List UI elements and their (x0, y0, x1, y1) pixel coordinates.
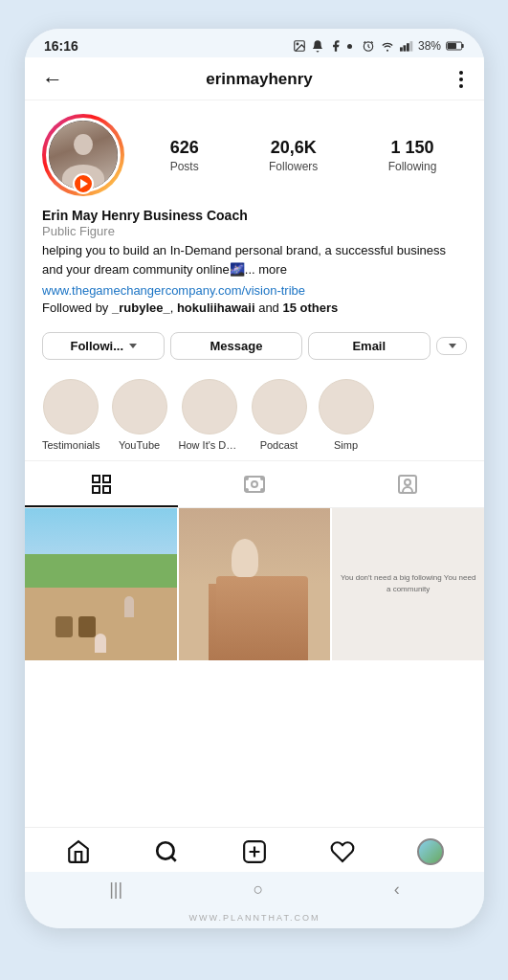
tab-reels[interactable] (178, 461, 331, 507)
bio-text: helping you to build an In-Demand person… (42, 241, 467, 278)
highlight-circle-youtube (112, 379, 167, 434)
avatar-container (42, 114, 124, 196)
grid-cell-3[interactable]: You don't need a big following You need … (332, 508, 484, 660)
grid-icon (90, 473, 113, 496)
svg-point-17 (252, 481, 257, 487)
highlight-circle-simp (319, 379, 374, 434)
svg-rect-10 (462, 44, 464, 48)
watermark: WWW.PLANNTHAT.COM (25, 911, 484, 928)
grid-cell-2[interactable] (179, 508, 331, 660)
bio-section: Erin May Henry Business Coach Public Fig… (25, 206, 484, 324)
svg-point-20 (246, 489, 248, 491)
highlight-circle-howdone (182, 379, 237, 434)
followed-by: Followed by _rubylee_, hokuliihawaii and… (42, 301, 467, 315)
android-home-icon[interactable]: ○ (254, 880, 264, 900)
facebook-icon (329, 39, 342, 53)
profile-nav-button[interactable] (416, 837, 445, 866)
highlight-label-howdone: How It's Done (179, 439, 240, 451)
highlight-circle-testimonials (43, 379, 99, 434)
followers-count: 20,6K (271, 138, 317, 158)
photo-grid: You don't need a big following You need … (25, 508, 484, 827)
photo-text: You don't need a big following You need … (340, 572, 476, 595)
search-icon (154, 839, 179, 864)
following-label: Following (388, 160, 437, 173)
status-time: 16:16 (44, 38, 78, 54)
svg-point-19 (261, 478, 263, 479)
svg-point-18 (246, 478, 248, 479)
highlight-podcast[interactable]: Podcast (252, 379, 307, 451)
posts-stat: 626 Posts (170, 138, 199, 173)
status-bar: 16:16 38% (25, 29, 484, 57)
svg-rect-11 (448, 43, 456, 49)
highlight-simp[interactable]: Simp (319, 379, 374, 451)
add-nav-button[interactable] (240, 837, 269, 866)
svg-rect-14 (93, 486, 99, 493)
home-icon (66, 839, 91, 864)
posts-label: Posts (170, 160, 199, 173)
highlight-label-youtube: YouTube (119, 439, 160, 451)
tab-tagged[interactable] (331, 461, 484, 507)
battery-icon (446, 40, 465, 52)
dot-indicator (347, 44, 352, 49)
tab-grid[interactable] (25, 461, 178, 507)
action-buttons: Followi... Message Email (25, 324, 484, 369)
following-stat[interactable]: 1 150 Following (388, 138, 437, 173)
svg-point-1 (297, 43, 298, 45)
highlight-circle-podcast (252, 379, 307, 434)
notification-icon (311, 39, 324, 53)
svg-rect-13 (103, 476, 110, 482)
profile-avatar-small (417, 838, 444, 865)
home-nav-button[interactable] (64, 837, 93, 866)
photo-icon (293, 39, 306, 53)
svg-rect-15 (103, 486, 110, 493)
svg-rect-8 (409, 41, 412, 52)
heart-nav-button[interactable] (328, 837, 357, 866)
svg-point-21 (261, 489, 263, 491)
posts-count: 626 (170, 138, 199, 158)
android-nav-bar: ||| ○ ‹ (25, 872, 484, 911)
highlight-howdone[interactable]: How It's Done (179, 379, 240, 451)
highlight-youtube[interactable]: YouTube (112, 379, 167, 451)
follow-button[interactable]: Followi... (42, 332, 165, 360)
more-button[interactable] (436, 337, 467, 355)
follow-dropdown-icon (129, 344, 137, 348)
android-back-icon[interactable]: ||| (109, 880, 122, 900)
svg-rect-6 (403, 45, 406, 51)
message-button[interactable]: Message (170, 332, 301, 360)
signal-icon (400, 40, 413, 52)
highlight-testimonials[interactable]: Testimonials (42, 379, 100, 451)
profile-header: 626 Posts 20,6K Followers 1 150 Followin… (25, 100, 484, 206)
bio-link[interactable]: www.thegamechangercompany.com/vision-tri… (42, 283, 305, 298)
stats-row: 626 Posts 20,6K Followers 1 150 Followin… (140, 138, 467, 173)
tabs-bar (25, 461, 484, 508)
highlights-section: Testimonials YouTube How It's Done Podca… (25, 369, 484, 461)
content-area: ← erinmayhenry (25, 57, 484, 827)
search-nav-button[interactable] (152, 837, 181, 866)
more-options-button[interactable] (455, 67, 467, 92)
profile-name: Erin May Henry Business Coach (42, 208, 467, 223)
back-button[interactable]: ← (42, 67, 63, 92)
svg-rect-7 (407, 43, 409, 51)
profile-category: Public Figure (42, 224, 467, 238)
heart-icon (330, 839, 355, 864)
grid-cell-1[interactable] (25, 508, 177, 660)
add-icon (242, 839, 267, 864)
wifi-icon (380, 40, 395, 52)
more-dropdown-icon (449, 344, 456, 348)
svg-rect-5 (400, 47, 403, 51)
email-button[interactable]: Email (308, 332, 431, 360)
reels-icon (243, 473, 266, 496)
battery-percent: 38% (418, 39, 441, 53)
status-icons: 38% (293, 39, 465, 53)
svg-line-25 (171, 857, 176, 861)
svg-point-24 (157, 842, 173, 858)
top-nav: ← erinmayhenry (25, 57, 484, 100)
svg-rect-12 (93, 476, 99, 482)
tagged-icon (396, 473, 419, 496)
android-recents-icon[interactable]: ‹ (394, 880, 400, 900)
reels-badge[interactable] (73, 173, 94, 194)
alarm-icon (362, 39, 375, 53)
followers-label: Followers (269, 160, 318, 173)
highlight-label-simp: Simp (334, 439, 358, 451)
following-count: 1 150 (390, 138, 433, 158)
